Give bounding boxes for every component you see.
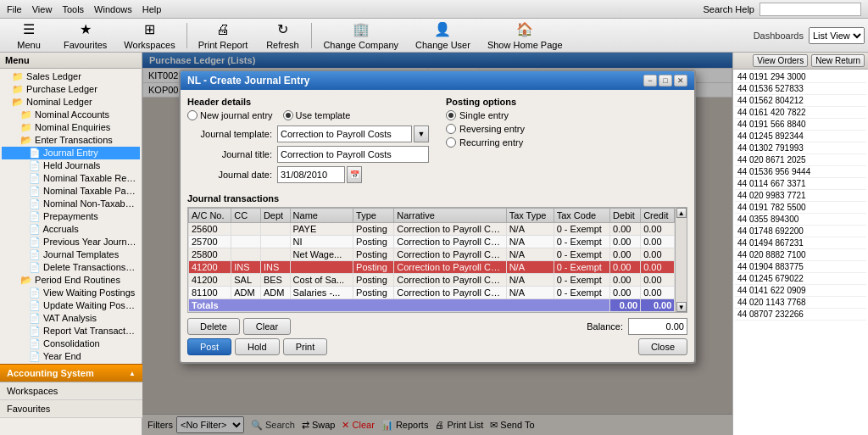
sidebar-item-journal-entry[interactable]: 📄 Journal Entry	[2, 147, 140, 159]
journal-date-label: Journal date:	[187, 170, 272, 180]
change-company-button[interactable]: 🏢 Change Company	[315, 19, 406, 53]
view-orders-button[interactable]: View Orders	[753, 54, 808, 67]
journal-date-calendar-btn[interactable]: 📅	[347, 166, 362, 183]
menu-help[interactable]: Help	[142, 4, 162, 14]
change-user-button[interactable]: 👤 Change User	[408, 19, 478, 53]
reversing-entry-radio[interactable]: Reversing entry	[446, 124, 687, 134]
accounting-system-btn[interactable]: Accounting System ▲	[0, 364, 142, 382]
sidebar-item-delete-transactions[interactable]: 📄 Delete Transactions and...	[2, 261, 140, 274]
print-button[interactable]: Print	[283, 338, 328, 355]
sidebar-item-view-waiting[interactable]: 📄 View Waiting Postings	[2, 287, 140, 299]
single-entry-radio[interactable]: Single entry	[446, 110, 687, 120]
sidebar-item-nominal-accounts[interactable]: 📁 Nominal Accounts	[2, 109, 140, 121]
show-home-page-button[interactable]: 🏠 Show Home Page	[480, 19, 570, 53]
recurring-entry-radio[interactable]: Recurring entry	[446, 137, 687, 148]
phone-item-14: 44 01494 867231	[735, 237, 866, 249]
modal-restore-button[interactable]: □	[659, 75, 672, 86]
jt-row-5[interactable]: 81100 ADM ADM Salaries -... Posting Corr…	[189, 287, 675, 299]
favourites-button[interactable]: ★ Favourites	[56, 19, 114, 53]
workspaces-button[interactable]: ⊞ Workspaces	[116, 19, 182, 53]
balance-label: Balance:	[587, 321, 623, 332]
sidebar-item-sales-ledger[interactable]: 📁 Sales Ledger	[2, 70, 140, 83]
phone-item-3: 44 0161 420 7822	[735, 107, 866, 119]
refresh-button[interactable]: ↻ Refresh	[257, 19, 308, 53]
header-details-title: Header details	[187, 97, 429, 107]
totals-label: Totals	[189, 299, 610, 312]
jt-row-2[interactable]: 25800 Net Wage... Posting Correction to …	[189, 248, 675, 261]
sidebar-item-period-end[interactable]: 📂 Period End Routines	[2, 274, 140, 287]
sidebar-item-update-waiting[interactable]: 📄 Update Waiting Postings	[2, 299, 140, 312]
menu-button[interactable]: ☰ Menu	[3, 19, 54, 53]
sidebar-item-report-vat[interactable]: 📄 Report Vat Transactions	[2, 325, 140, 337]
journal-title-label: Journal title:	[187, 149, 272, 159]
sidebar-item-nominal-nontaxable-pay[interactable]: 📄 Nominal Non-Taxable Pa...	[2, 198, 140, 210]
jt-row-1[interactable]: 25700 NI Posting Correction to Payroll C…	[189, 236, 675, 248]
balance-input[interactable]	[628, 318, 687, 335]
sidebar-item-purchase-ledger[interactable]: 📁 Purchase Ledger	[2, 83, 140, 96]
menu-tools[interactable]: Tools	[62, 4, 84, 14]
use-template-radio[interactable]: Use template	[283, 110, 351, 120]
journal-template-dropdown-btn[interactable]: ▼	[414, 125, 429, 142]
modal-footer-right: Balance:	[587, 318, 687, 335]
use-template-label: Use template	[296, 110, 351, 120]
post-button[interactable]: Post	[187, 338, 231, 355]
sidebar-item-nominal-taxable-rec[interactable]: 📄 Nominal Taxable Recei...	[2, 172, 140, 185]
right-panel: View Orders New Return 44 0191 294 3000 …	[732, 53, 868, 435]
workspaces-section-btn[interactable]: Workspaces	[0, 382, 142, 400]
sidebar-item-year-end[interactable]: 📄 Year End	[2, 350, 140, 363]
phone-item-11: 44 0191 782 5500	[735, 202, 866, 214]
menu-file[interactable]: File	[7, 4, 22, 14]
scroll-up-btn[interactable]: ▲	[676, 208, 687, 218]
sidebar-item-nominal-taxable-pay[interactable]: 📄 Nominal Taxable Payme...	[2, 185, 140, 198]
jt-table-container: A/C No. CC Dept Name Type Narrative Tax …	[187, 207, 687, 313]
phone-item-8: 44 01536 956 9444	[735, 166, 866, 178]
sidebar-item-consolidation[interactable]: 📄 Consolidation	[2, 337, 140, 350]
phone-item-6: 44 01302 791993	[735, 142, 866, 154]
journal-date-row: Journal date: 📅	[187, 166, 429, 183]
table-scrollbar[interactable]: ▲ ▼	[675, 208, 687, 312]
sidebar-item-nominal-ledger[interactable]: 📂 Nominal Ledger	[2, 96, 140, 109]
hold-button[interactable]: Hold	[235, 338, 280, 355]
print-report-button[interactable]: 🖨 Print Report	[191, 19, 256, 53]
sidebar-item-nominal-enquiries[interactable]: 📁 Nominal Enquiries	[2, 121, 140, 134]
journal-template-input[interactable]	[277, 125, 412, 142]
sidebar-item-enter-transactions[interactable]: 📂 Enter Transactions	[2, 134, 140, 147]
phone-item-0: 44 0191 294 3000	[735, 71, 866, 83]
new-journal-radio-circle	[187, 110, 198, 120]
menu-windows[interactable]: Windows	[94, 4, 132, 14]
sidebar-tree: 📁 Sales Ledger 📁 Purchase Ledger 📂 Nomin…	[0, 69, 142, 390]
delete-button[interactable]: Delete	[187, 318, 240, 335]
right-panel-header: View Orders New Return	[733, 53, 868, 70]
sidebar-item-prepayments[interactable]: 📄 Prepayments	[2, 210, 140, 223]
scroll-down-btn[interactable]: ▼	[676, 302, 687, 312]
search-help-input[interactable]	[760, 3, 861, 16]
home-icon: 🏠	[516, 21, 533, 38]
close-button[interactable]: Close	[638, 338, 687, 355]
jt-row-3[interactable]: 41200 INS INS Posting Correction to Payr…	[189, 261, 675, 274]
sidebar-item-prev-year-journal[interactable]: 📄 Previous Year Journal En...	[2, 236, 140, 248]
workspaces-btn-label: Workspaces	[124, 40, 175, 50]
list-view-select[interactable]: List View	[809, 27, 865, 44]
phone-item-16: 44 01904 883775	[735, 261, 866, 273]
clear-button[interactable]: Clear	[243, 318, 291, 335]
modal-close-button[interactable]: ✕	[674, 75, 687, 86]
journal-title-input[interactable]	[277, 146, 429, 163]
jt-row-4[interactable]: 41200 SAL BES Cost of Sa... Posting Corr…	[189, 274, 675, 287]
phone-item-20: 44 08707 232266	[735, 309, 866, 321]
new-journal-radio[interactable]: New journal entry	[187, 110, 273, 120]
use-template-radio-circle	[283, 110, 293, 120]
sidebar-item-vat-analysis[interactable]: 📄 VAT Analysis	[2, 312, 140, 325]
jt-row-0[interactable]: 25600 PAYE Posting Correction to Payroll…	[189, 223, 675, 236]
workspaces-icon: ⊞	[142, 21, 159, 38]
modal-minimize-button[interactable]: −	[643, 75, 657, 86]
journal-transactions-title: Journal transactions	[187, 193, 687, 204]
sidebar-item-journal-templates[interactable]: 📄 Journal Templates	[2, 248, 140, 261]
journal-date-input[interactable]	[277, 166, 345, 183]
sidebar-item-accruals[interactable]: 📄 Accruals	[2, 223, 140, 236]
favourites-section-btn[interactable]: Favourites	[0, 400, 142, 418]
refresh-icon: ↻	[274, 21, 291, 38]
menu-view[interactable]: View	[32, 4, 53, 14]
sidebar-item-held-journals[interactable]: 📄 Held Journals	[2, 159, 140, 172]
new-return-button[interactable]: New Return	[811, 54, 865, 67]
reversing-entry-label: Reversing entry	[459, 124, 525, 134]
